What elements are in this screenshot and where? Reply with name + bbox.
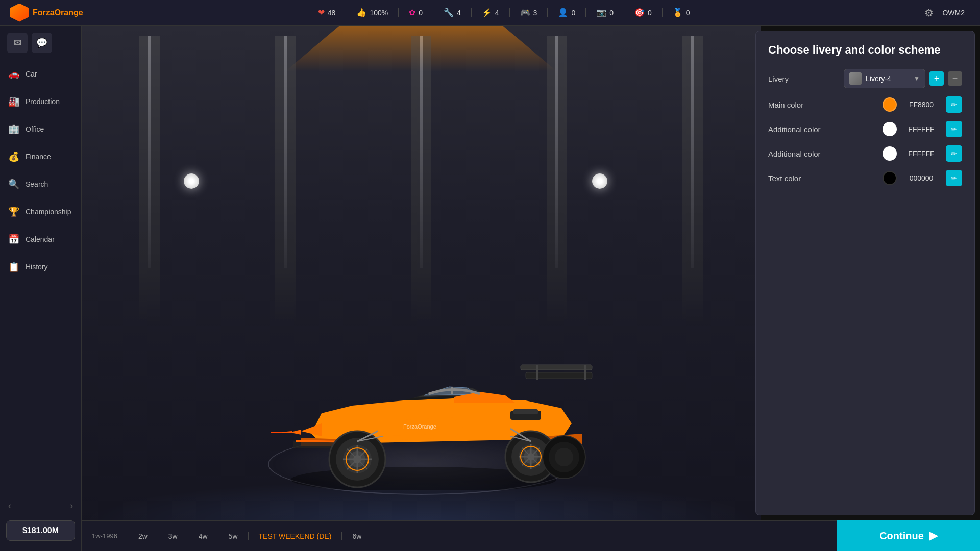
finance-icon: 💰 (8, 151, 19, 162)
livery-remove-button[interactable]: − (948, 71, 962, 86)
color-label-main: Main color (768, 101, 883, 109)
topbar-right: ⚙ OWM2 (921, 5, 975, 21)
week-3w-label: 3w (168, 532, 178, 540)
sidebar-money-section: $181.00M (0, 515, 81, 551)
color-rows: Main color FF8800 ✏ Additional color FFF… (768, 96, 962, 186)
livery-dropdown[interactable]: Livery-4 ▼ (844, 69, 925, 88)
stat-person: 👤 0 (548, 8, 586, 17)
color-edit-button-main[interactable]: ✏ (946, 96, 962, 113)
championship-icon: 🏆 (8, 206, 19, 217)
search-icon: 🔍 (8, 179, 19, 190)
sidebar-label-production: Production (26, 97, 60, 106)
mail-button[interactable]: ✉ (7, 33, 28, 53)
stat-hearts-value: 48 (328, 9, 336, 17)
sidebar-item-production[interactable]: 🏭 Production (0, 88, 81, 115)
sidebar-label-calendar: Calendar (26, 235, 55, 243)
stat-target-value: 0 (648, 9, 652, 17)
car-icon: 🚗 (8, 68, 19, 80)
color-edit-button-text[interactable]: ✏ (946, 170, 962, 186)
stat-medal-value: 0 (686, 9, 690, 17)
money-button[interactable]: $181.00M (6, 520, 75, 541)
calendar-icon: 📅 (8, 234, 19, 245)
thumbs-icon: 👍 (356, 8, 366, 17)
test-event-label: TEST WEEKEND (DE) (259, 532, 332, 540)
stat-team-value: 3 (533, 9, 537, 17)
livery-thumbnail (849, 72, 862, 85)
color-hex-text: 000000 (901, 174, 942, 182)
stat-camera-value: 0 (609, 9, 614, 17)
sidebar-label-car: Car (26, 70, 37, 78)
stat-wrench-value: 4 (457, 9, 461, 17)
stat-target: 🎯 0 (624, 8, 663, 17)
svg-rect-2 (521, 365, 592, 370)
continue-button[interactable]: Continue ▶ (837, 520, 980, 551)
sidebar: ✉ 💬 🚗 Car 🏭 Production 🏢 Office 💰 Financ… (0, 26, 82, 551)
week-2w-label: 2w (138, 532, 148, 540)
spotlight-right (592, 173, 607, 189)
stat-pink-value: 0 (419, 9, 423, 17)
livery-panel: Choose livery and color scheme Livery Li… (755, 31, 975, 515)
logo-text: ForzaOrange (33, 8, 83, 17)
history-icon: 📋 (8, 261, 19, 272)
sidebar-item-office[interactable]: 🏢 Office (0, 115, 81, 143)
stat-medal: 🏅 0 (663, 8, 700, 17)
color-label-additional2: Additional color (768, 149, 883, 158)
sidebar-label-championship: Championship (26, 208, 71, 216)
color-edit-button-additional2[interactable]: ✏ (946, 145, 962, 162)
color-swatch-additional1 (883, 122, 897, 136)
color-hex-additional1: FFFFFF (901, 125, 942, 133)
color-control-additional1: FFFFFF ✏ (883, 121, 962, 137)
f1-car: ForzaOrange (260, 311, 618, 490)
sidebar-label-office: Office (26, 125, 44, 133)
sidebar-item-search[interactable]: 🔍 Search (0, 170, 81, 198)
timeline-test-event: TEST WEEKEND (DE) (249, 532, 342, 540)
sidebar-item-history[interactable]: 📋 History (0, 253, 81, 281)
livery-row: Livery Livery-4 ▼ + − (768, 69, 962, 88)
timeline-week-3w: 3w (158, 532, 188, 540)
sidebar-item-car[interactable]: 🚗 Car (0, 60, 81, 88)
pink-icon: ✿ (409, 8, 415, 17)
color-hex-additional2: FFFFFF (901, 149, 942, 158)
sidebar-item-finance[interactable]: 💰 Finance (0, 143, 81, 170)
color-swatch-text (883, 171, 897, 185)
week-6w-label: 6w (352, 532, 361, 540)
settings-button[interactable]: ⚙ (921, 5, 937, 21)
nav-arrow-right[interactable]: › (70, 500, 73, 511)
sidebar-item-calendar[interactable]: 📅 Calendar (0, 226, 81, 253)
continue-play-icon: ▶ (929, 529, 938, 542)
color-label-text: Text color (768, 174, 883, 183)
color-row-text: Text color 000000 ✏ (768, 170, 962, 186)
topbar-stats: ❤ 48 👍 100% ✿ 0 🔧 4 ⚡ 4 🎮 3 👤 (87, 8, 921, 17)
week-4w-label: 4w (199, 532, 208, 540)
livery-add-button[interactable]: + (929, 71, 944, 86)
column-4 (547, 36, 567, 327)
panel-title: Choose livery and color scheme (768, 43, 962, 57)
target-icon: 🎯 (634, 8, 645, 17)
svg-rect-3 (536, 365, 538, 380)
sidebar-label-history: History (26, 263, 48, 271)
car-display: ForzaOrange (82, 26, 761, 520)
camera-icon: 📷 (596, 8, 606, 17)
timeline-week-6w: 6w (342, 532, 372, 540)
topbar: ForzaOrange ❤ 48 👍 100% ✿ 0 🔧 4 ⚡ 4 🎮 (0, 0, 980, 26)
chat-button[interactable]: 💬 (32, 33, 52, 53)
wrench-icon: 🔧 (444, 8, 454, 17)
timeline-week-2w: 2w (128, 532, 158, 540)
color-row-main: Main color FF8800 ✏ (768, 96, 962, 113)
livery-label: Livery (768, 74, 844, 83)
sidebar-nav: 🚗 Car 🏭 Production 🏢 Office 💰 Finance 🔍 … (0, 58, 81, 496)
timeline-week-5w: 5w (218, 532, 249, 540)
sidebar-label-finance: Finance (26, 153, 51, 161)
team-icon: 🎮 (520, 8, 530, 17)
sidebar-item-championship[interactable]: 🏆 Championship (0, 198, 81, 226)
timeline-week-4w: 4w (188, 532, 218, 540)
nav-arrow-left[interactable]: ‹ (8, 500, 11, 511)
stat-person-value: 0 (571, 9, 575, 17)
color-swatch-additional2 (883, 146, 897, 161)
stat-shield: 👍 100% (346, 8, 399, 17)
color-edit-button-additional1[interactable]: ✏ (946, 121, 962, 137)
bolt-icon: ⚡ (482, 8, 492, 17)
color-control-text: 000000 ✏ (883, 170, 962, 186)
color-hex-main: FF8800 (901, 101, 942, 109)
spotlight-left (184, 173, 199, 189)
